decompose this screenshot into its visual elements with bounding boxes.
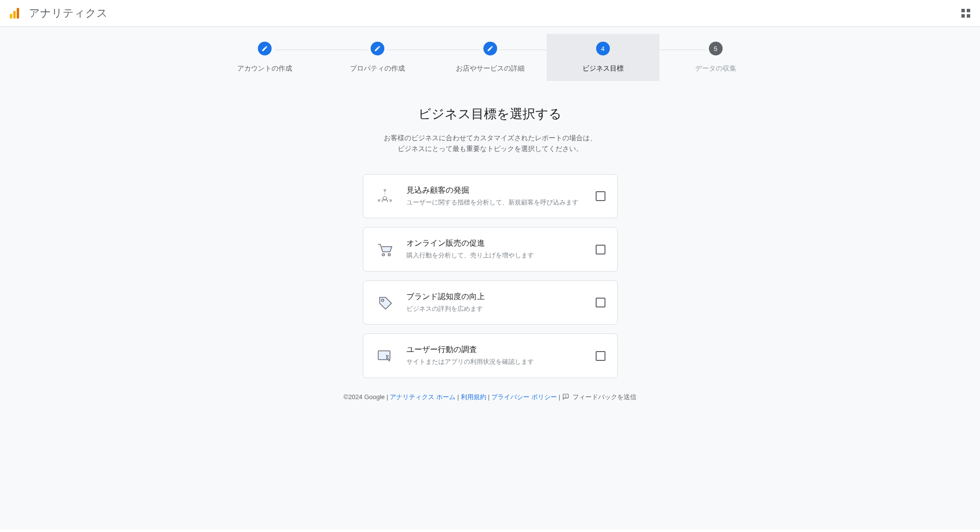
- edit-icon: [258, 42, 272, 55]
- svg-point-3: [390, 200, 392, 202]
- copyright: ©2024 Google: [344, 393, 385, 401]
- page-title: ビジネス目標を選択する: [0, 105, 980, 123]
- checkbox[interactable]: [596, 245, 605, 254]
- step-label: データの収集: [695, 64, 736, 73]
- option-desc: ユーザーに関する指標を分析して、新規顧客を呼び込みます: [406, 198, 584, 207]
- screen-icon: [375, 346, 395, 366]
- subtitle-line: ビジネスにとって最も重要なトピックを選択してください。: [398, 145, 583, 152]
- svg-point-9: [381, 299, 384, 302]
- option-desc: サイトまたはアプリの利用状況を確認します: [406, 357, 584, 367]
- step-label: プロパティの作成: [350, 64, 405, 73]
- feedback-icon: [562, 393, 569, 402]
- edit-icon: [371, 42, 384, 55]
- subtitle-line: お客様のビジネスに合わせてカスタマイズされたレポートの場合は、: [384, 134, 597, 142]
- step-number-icon: 5: [709, 42, 723, 55]
- step-label: アカウントの作成: [237, 64, 292, 73]
- option-desc: 購入行動を分析して、売り上げを増やします: [406, 251, 584, 260]
- cart-icon: [375, 240, 395, 259]
- option-text: ユーザー行動の調査 サイトまたはアプリの利用状況を確認します: [406, 345, 584, 367]
- page-subtitle: お客様のビジネスに合わせてカスタマイズされたレポートの場合は、 ビジネスにとって…: [0, 132, 980, 154]
- option-brand-awareness[interactable]: ブランド認知度の向上 ビジネスの評判を広めます: [363, 280, 618, 325]
- option-title: オンライン販売の促進: [406, 238, 584, 249]
- tag-icon: [375, 293, 395, 312]
- step-account-creation[interactable]: アカウントの作成: [208, 42, 321, 81]
- step-business-goals[interactable]: 4 ビジネス目標: [547, 34, 659, 81]
- footer: ©2024 Google | アナリティクス ホーム | 利用規約 | プライバ…: [0, 393, 980, 402]
- app-header: アナリティクス: [0, 0, 980, 27]
- option-title: 見込み顧客の発掘: [406, 185, 584, 196]
- footer-link-home[interactable]: アナリティクス ホーム: [390, 393, 455, 401]
- step-number-icon: 4: [596, 42, 610, 55]
- svg-point-8: [388, 253, 390, 256]
- svg-line-6: [387, 199, 390, 200]
- svg-point-2: [378, 200, 380, 202]
- option-online-sales[interactable]: オンライン販売の促進 購入行動を分析して、売り上げを増やします: [363, 227, 618, 272]
- option-text: ブランド認知度の向上 ビジネスの評判を広めます: [406, 292, 584, 314]
- analytics-logo-icon: [10, 8, 19, 19]
- apps-grid-icon[interactable]: [961, 9, 970, 18]
- separator: |: [457, 393, 461, 401]
- step-business-details[interactable]: お店やサービスの詳細: [434, 42, 547, 81]
- svg-point-7: [382, 253, 384, 256]
- options-list: 見込み顧客の発掘 ユーザーに関する指標を分析して、新規顧客を呼び込みます オンラ…: [0, 174, 980, 378]
- svg-point-1: [384, 189, 386, 191]
- step-property-creation[interactable]: プロパティの作成: [321, 42, 434, 81]
- option-title: ブランド認知度の向上: [406, 292, 584, 302]
- option-text: オンライン販売の促進 購入行動を分析して、売り上げを増やします: [406, 238, 584, 260]
- content-wrapper: アカウントの作成 プロパティの作成 お店やサービスの詳細 4 ビジネス目標 5 …: [0, 27, 980, 530]
- step-label: ビジネス目標: [582, 64, 624, 73]
- leads-icon: [375, 186, 395, 206]
- stepper: アカウントの作成 プロパティの作成 お店やサービスの詳細 4 ビジネス目標 5 …: [0, 27, 980, 101]
- checkbox[interactable]: [596, 191, 605, 201]
- checkbox[interactable]: [596, 351, 605, 361]
- section-heading: ビジネス目標を選択する お客様のビジネスに合わせてカスタマイズされたレポートの場…: [0, 105, 980, 154]
- option-leads[interactable]: 見込み顧客の発掘 ユーザーに関する指標を分析して、新規顧客を呼び込みます: [363, 174, 618, 219]
- footer-link-terms[interactable]: 利用規約: [461, 393, 486, 401]
- svg-point-12: [565, 397, 566, 398]
- feedback-label: フィードバックを送信: [573, 393, 636, 401]
- feedback-link[interactable]: フィードバックを送信: [562, 393, 637, 401]
- option-user-behavior[interactable]: ユーザー行動の調査 サイトまたはアプリの利用状況を確認します: [363, 333, 618, 378]
- checkbox[interactable]: [596, 298, 605, 307]
- edit-icon: [483, 42, 497, 55]
- option-title: ユーザー行動の調査: [406, 345, 584, 355]
- step-label: お店やサービスの詳細: [456, 64, 525, 73]
- option-text: 見込み顧客の発掘 ユーザーに関する指標を分析して、新規顧客を呼び込みます: [406, 185, 584, 207]
- footer-link-privacy[interactable]: プライバシー ポリシー: [491, 393, 557, 401]
- option-desc: ビジネスの評判を広めます: [406, 304, 584, 314]
- step-data-collection: 5 データの収集: [659, 42, 772, 81]
- separator: |: [559, 393, 562, 401]
- svg-line-5: [379, 199, 382, 200]
- header-left: アナリティクス: [10, 6, 108, 21]
- app-title: アナリティクス: [29, 6, 108, 21]
